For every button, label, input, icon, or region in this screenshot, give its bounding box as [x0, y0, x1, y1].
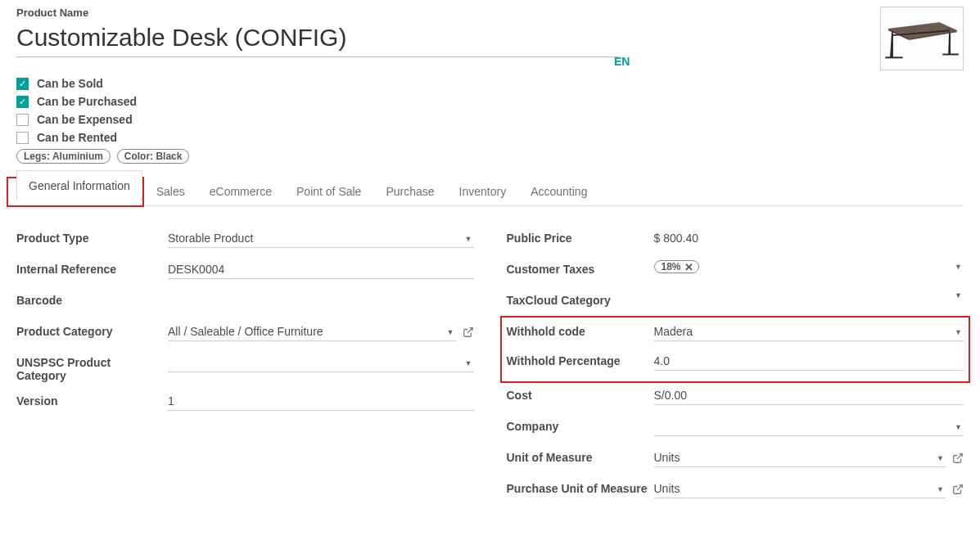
can-be-sold-checkbox[interactable]: ✓	[16, 78, 29, 90]
can-be-expensed-checkbox[interactable]	[16, 114, 29, 126]
barcode-input[interactable]	[168, 291, 474, 309]
cost-label: Cost	[507, 386, 654, 402]
can-be-purchased-checkbox[interactable]: ✓	[16, 96, 29, 108]
unit-of-measure-label: Unit of Measure	[507, 448, 654, 464]
withhold-code-select[interactable]	[654, 322, 964, 341]
variant-tag[interactable]: Legs: Aluminium	[16, 149, 111, 164]
can-be-purchased-label: Can be Purchased	[37, 95, 137, 108]
svg-line-2	[957, 453, 962, 458]
version-label: Version	[16, 392, 168, 408]
variant-tag[interactable]: Color: Black	[117, 149, 190, 164]
purchase-uom-label: Purchase Unit of Measure	[507, 480, 654, 495]
withhold-percentage-input[interactable]	[654, 352, 964, 371]
barcode-label: Barcode	[16, 291, 168, 307]
tab-ecommerce[interactable]: eCommerce	[197, 176, 284, 206]
variant-tags: Legs: Aluminium Color: Black	[16, 149, 964, 164]
product-image[interactable]	[880, 7, 964, 70]
tab-purchase[interactable]: Purchase	[373, 176, 446, 206]
can-be-expensed-label: Can be Expensed	[37, 113, 133, 126]
external-link-icon[interactable]	[952, 484, 964, 495]
can-be-sold-label: Can be Sold	[37, 77, 103, 90]
customer-taxes-label: Customer Taxes	[507, 260, 654, 276]
tab-general-information[interactable]: General Information	[16, 170, 142, 201]
unit-of-measure-select[interactable]	[654, 448, 946, 467]
tab-inventory[interactable]: Inventory	[447, 176, 519, 206]
tab-bar: General Information Sales eCommerce Poin…	[16, 175, 964, 206]
product-type-label: Product Type	[16, 229, 168, 245]
external-link-icon[interactable]	[952, 453, 964, 464]
can-be-rented-checkbox[interactable]	[16, 132, 29, 144]
product-name-input[interactable]	[16, 20, 618, 57]
remove-tax-icon[interactable]: ✕	[684, 262, 693, 272]
product-category-select[interactable]	[168, 322, 456, 341]
unspsc-category-select[interactable]	[168, 354, 474, 372]
language-badge[interactable]: EN	[614, 55, 630, 68]
product-category-label: Product Category	[16, 322, 168, 338]
internal-reference-label: Internal Reference	[16, 260, 168, 276]
product-type-select[interactable]	[168, 229, 474, 248]
customer-tax-tag-text: 18%	[662, 261, 681, 272]
cost-input[interactable]	[654, 386, 964, 405]
public-price-value: $ 800.40	[654, 229, 699, 245]
company-label: Company	[507, 417, 654, 433]
svg-line-1	[467, 327, 472, 332]
chevron-down-icon[interactable]: ▼	[955, 291, 964, 300]
taxcloud-category-label: TaxCloud Category	[507, 291, 654, 307]
external-link-icon[interactable]	[463, 327, 474, 338]
withhold-percentage-label: Withhold Percentage	[507, 352, 654, 367]
tab-point-of-sale[interactable]: Point of Sale	[284, 176, 373, 206]
can-be-rented-label: Can be Rented	[37, 131, 117, 144]
purchase-uom-select[interactable]	[654, 480, 946, 498]
withhold-code-label: Withhold code	[507, 322, 654, 338]
internal-reference-input[interactable]	[168, 260, 474, 279]
company-select[interactable]	[654, 417, 964, 436]
chevron-down-icon[interactable]: ▼	[955, 263, 964, 271]
svg-line-3	[957, 484, 962, 489]
version-input[interactable]	[168, 392, 474, 411]
unspsc-category-label: UNSPSC Product Category	[16, 354, 168, 382]
tab-accounting[interactable]: Accounting	[518, 176, 599, 206]
public-price-label: Public Price	[507, 229, 654, 245]
tab-sales[interactable]: Sales	[144, 176, 197, 206]
customer-tax-tag[interactable]: 18% ✕	[654, 260, 699, 273]
product-name-label: Product Name	[16, 7, 618, 19]
